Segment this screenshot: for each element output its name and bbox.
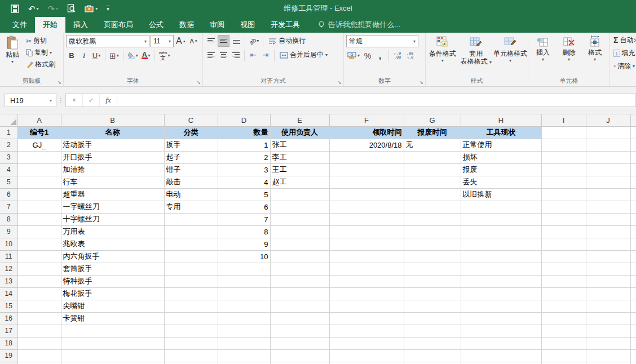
row-header-4[interactable]: 4 xyxy=(0,163,17,176)
cell-G17[interactable] xyxy=(404,325,461,337)
cell-A8[interactable] xyxy=(17,213,61,225)
cell-I15[interactable] xyxy=(541,300,586,312)
cell-I4[interactable] xyxy=(541,163,586,176)
tab-formulas[interactable]: 公式 xyxy=(141,17,171,33)
tab-file[interactable]: 文件 xyxy=(5,17,35,33)
cell-E6[interactable] xyxy=(270,188,329,201)
align-middle-button[interactable] xyxy=(218,35,229,47)
row-header-3[interactable]: 3 xyxy=(0,151,17,163)
cell-B16[interactable]: 卡簧钳 xyxy=(61,312,164,325)
cell-J20[interactable] xyxy=(586,362,630,364)
cell-J13[interactable] xyxy=(586,275,630,287)
cell-E10[interactable] xyxy=(270,238,329,250)
cell-E7[interactable] xyxy=(270,201,329,213)
cell-A20[interactable] xyxy=(17,362,61,364)
row-header-8[interactable]: 8 xyxy=(0,213,17,225)
cell-C19[interactable] xyxy=(164,349,218,362)
number-dialog-launcher-icon[interactable]: ↘ xyxy=(419,80,423,85)
cell-F14[interactable] xyxy=(329,287,404,300)
cell-G20[interactable] xyxy=(404,362,461,364)
cell-A6[interactable] xyxy=(17,188,61,201)
row-header-1[interactable]: 1 xyxy=(0,126,17,139)
cell-G12[interactable] xyxy=(404,263,461,275)
cell-D4[interactable]: 3 xyxy=(218,163,270,176)
cell-C15[interactable] xyxy=(164,300,218,312)
cell-E15[interactable] xyxy=(270,300,329,312)
cell-I2[interactable] xyxy=(541,139,586,151)
cell-B12[interactable]: 套筒扳手 xyxy=(61,263,164,275)
cell-E5[interactable]: 赵工 xyxy=(270,176,329,188)
cell-E11[interactable] xyxy=(270,250,329,263)
cell-G11[interactable] xyxy=(404,250,461,263)
cell-J2[interactable] xyxy=(586,139,630,151)
cell-F15[interactable] xyxy=(329,300,404,312)
tab-home[interactable]: 开始 xyxy=(35,17,65,33)
increase-decimal-button[interactable]: ←.0.00 xyxy=(392,50,403,61)
cell-F6[interactable] xyxy=(329,188,404,201)
row-header-6[interactable]: 6 xyxy=(0,188,17,201)
align-bottom-button[interactable] xyxy=(231,35,242,47)
insert-function-button[interactable]: fx xyxy=(100,94,117,106)
cell-B8[interactable]: 十字螺丝刀 xyxy=(61,213,164,225)
cell-H17[interactable] xyxy=(461,325,541,337)
cell-A3[interactable] xyxy=(17,151,61,163)
cell-A18[interactable] xyxy=(17,337,61,349)
cell-B3[interactable]: 开口扳手 xyxy=(61,151,164,163)
merge-center-button[interactable]: 合并后居中 ▾ xyxy=(277,49,330,61)
cell-G18[interactable] xyxy=(404,337,461,349)
name-box[interactable]: H19 ▾ xyxy=(5,94,56,107)
cell-J8[interactable] xyxy=(586,213,630,225)
cell-C3[interactable]: 起子 xyxy=(164,151,218,163)
cell-J12[interactable] xyxy=(586,263,630,275)
cell-E17[interactable] xyxy=(270,325,329,337)
row-header-19[interactable]: 19 xyxy=(0,349,17,362)
cell-I5[interactable] xyxy=(541,176,586,188)
cell-H8[interactable] xyxy=(461,213,541,225)
cell-H14[interactable] xyxy=(461,287,541,300)
cell-C13[interactable] xyxy=(164,275,218,287)
fill-color-button[interactable]: ▾ xyxy=(126,50,139,61)
cell-J19[interactable] xyxy=(586,349,630,362)
cell-F17[interactable] xyxy=(329,325,404,337)
tab-insert[interactable]: 插入 xyxy=(65,17,96,33)
cell-F2[interactable]: 2020/8/18 xyxy=(329,139,404,151)
cell-D20[interactable] xyxy=(218,362,270,364)
row-header-11[interactable]: 11 xyxy=(0,250,17,263)
cell-styles-button[interactable]: 单元格样式 ▾ xyxy=(494,34,527,77)
cell-I7[interactable] xyxy=(541,201,586,213)
phonetic-button[interactable]: wén文 ▾ xyxy=(158,50,171,61)
cell-I10[interactable] xyxy=(541,238,586,250)
cell-F1[interactable]: 领取时间 xyxy=(329,126,404,139)
cell-H3[interactable]: 损坏 xyxy=(461,151,541,163)
number-format-select[interactable]: 常规 ▾ xyxy=(346,35,418,47)
cell-D3[interactable]: 2 xyxy=(218,151,270,163)
cell-B13[interactable]: 特种扳手 xyxy=(61,275,164,287)
row-header-9[interactable]: 9 xyxy=(0,225,17,238)
cell-G7[interactable] xyxy=(404,201,461,213)
cell-H7[interactable] xyxy=(461,201,541,213)
cell-G1[interactable]: 报废时间 xyxy=(404,126,461,139)
font-size-select[interactable]: 11 ▾ xyxy=(151,35,174,47)
cell-H20[interactable] xyxy=(461,362,541,364)
cell-B5[interactable]: 行车 xyxy=(61,176,164,188)
insert-cells-button[interactable]: 插入 ▾ xyxy=(531,34,555,77)
cell-H9[interactable] xyxy=(461,225,541,238)
cell-F18[interactable] xyxy=(329,337,404,349)
cell-A17[interactable] xyxy=(17,325,61,337)
cell-J18[interactable] xyxy=(586,337,630,349)
row-header-15[interactable]: 15 xyxy=(0,300,17,312)
font-color-button[interactable]: A▾ xyxy=(140,50,152,61)
cell-C14[interactable] xyxy=(164,287,218,300)
cell-I11[interactable] xyxy=(541,250,586,263)
cell-F9[interactable] xyxy=(329,225,404,238)
cell-B1[interactable]: 名称 xyxy=(61,126,164,139)
cell-J15[interactable] xyxy=(586,300,630,312)
cell-I6[interactable] xyxy=(541,188,586,201)
cell-G9[interactable] xyxy=(404,225,461,238)
cell-B7[interactable]: 一字螺丝刀 xyxy=(61,201,164,213)
clear-button[interactable]: 清除 ▾ xyxy=(613,60,635,72)
cell-E2[interactable]: 张工 xyxy=(270,139,329,151)
cell-I8[interactable] xyxy=(541,213,586,225)
tab-page-layout[interactable]: 页面布局 xyxy=(96,17,141,33)
cell-A4[interactable] xyxy=(17,163,61,176)
